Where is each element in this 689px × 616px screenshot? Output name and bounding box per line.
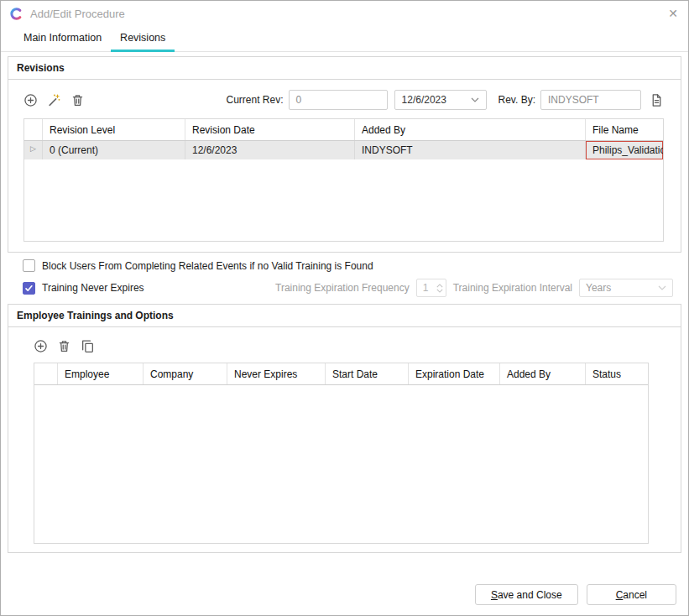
column-header-never-expires[interactable]: Never Expires bbox=[227, 363, 326, 384]
expiration-interval-dropdown[interactable]: Years bbox=[579, 279, 673, 297]
spinner-up-icon bbox=[436, 284, 443, 288]
cell-file-name[interactable]: Philips_Validation_ bbox=[586, 141, 663, 159]
training-expiration-row: Training Never Expires Training Expirati… bbox=[23, 279, 673, 297]
training-never-expires-label: Training Never Expires bbox=[42, 282, 144, 294]
cancel-label-rest: ancel bbox=[623, 589, 647, 601]
column-header-revision-level[interactable]: Revision Level bbox=[43, 119, 185, 140]
revisions-table: Revision Level Revision Date Added By Fi… bbox=[23, 118, 664, 242]
add-edit-procedure-dialog: Add/Edit Procedure ✕ Main Information Re… bbox=[0, 0, 689, 616]
revision-date-dropdown[interactable]: 12/6/2023 bbox=[394, 90, 487, 110]
training-never-expires-checkbox[interactable] bbox=[23, 282, 35, 295]
tab-revisions[interactable]: Revisions bbox=[111, 26, 175, 52]
revisions-table-header: Revision Level Revision Date Added By Fi… bbox=[24, 119, 663, 141]
save-and-close-button[interactable]: Save and Close bbox=[475, 584, 578, 605]
revisions-group-header: Revisions bbox=[8, 57, 681, 80]
revisions-groupbox: Revisions bbox=[8, 56, 681, 253]
stepper-buttons bbox=[436, 284, 443, 293]
expiration-interval-value: Years bbox=[586, 282, 611, 294]
cancel-button[interactable]: Cancel bbox=[587, 584, 676, 605]
block-users-checkbox[interactable] bbox=[23, 259, 35, 272]
expiration-controls: Training Expiration Frequency 1 Training… bbox=[275, 279, 673, 297]
header-spacer bbox=[34, 363, 58, 384]
employee-trainings-groupbox: Employee Trainings and Options bbox=[8, 304, 681, 553]
expiration-frequency-stepper[interactable]: 1 bbox=[416, 279, 446, 297]
column-header-expiration-date[interactable]: Expiration Date bbox=[409, 363, 500, 384]
tab-main-information[interactable]: Main Information bbox=[14, 26, 111, 52]
add-icon[interactable] bbox=[34, 339, 48, 353]
title-bar: Add/Edit Procedure ✕ bbox=[1, 1, 688, 26]
dialog-footer: Save and Close Cancel bbox=[8, 584, 681, 605]
cell-revision-level[interactable]: 0 (Current) bbox=[43, 141, 185, 159]
row-expander-icon[interactable]: ▷ bbox=[24, 141, 43, 159]
block-users-label: Block Users From Completing Related Even… bbox=[42, 260, 373, 272]
revisions-group-body: Current Rev: 0 12/6/2023 Rev. By: INDYSO… bbox=[8, 80, 681, 252]
column-header-revision-date[interactable]: Revision Date bbox=[185, 119, 355, 140]
save-mnemonic: S bbox=[491, 589, 498, 601]
employee-trainings-table: Employee Company Never Expires Start Dat… bbox=[34, 363, 649, 544]
chevron-down-icon bbox=[471, 97, 479, 102]
spinner-down-icon bbox=[436, 289, 443, 293]
rev-by-value: INDYSOFT bbox=[548, 94, 599, 106]
add-icon[interactable] bbox=[23, 93, 38, 107]
column-header-status[interactable]: Status bbox=[586, 363, 648, 384]
revision-table-row[interactable]: ▷ 0 (Current) 12/6/2023 INDYSOFT Philips… bbox=[24, 141, 663, 159]
rev-by-label: Rev. By: bbox=[498, 94, 535, 106]
header-spacer bbox=[24, 119, 43, 140]
dialog-body: Revisions bbox=[1, 52, 688, 615]
expiration-frequency-value: 1 bbox=[423, 282, 429, 294]
column-header-start-date[interactable]: Start Date bbox=[326, 363, 409, 384]
copy-icon[interactable] bbox=[81, 339, 95, 353]
close-icon[interactable]: ✕ bbox=[668, 8, 678, 19]
chevron-down-icon bbox=[658, 285, 666, 290]
column-header-company[interactable]: Company bbox=[144, 363, 227, 384]
column-header-employee[interactable]: Employee bbox=[58, 363, 144, 384]
column-header-added-by[interactable]: Added By bbox=[500, 363, 586, 384]
import-file-icon[interactable] bbox=[650, 93, 664, 107]
employee-trainings-group-body: Employee Company Never Expires Start Dat… bbox=[8, 327, 681, 552]
save-label-rest: ave and Close bbox=[498, 589, 562, 601]
tab-bar: Main Information Revisions bbox=[1, 26, 688, 52]
block-users-option-row: Block Users From Completing Related Even… bbox=[23, 259, 673, 272]
employee-toolbar bbox=[34, 336, 649, 356]
delete-icon[interactable] bbox=[57, 339, 71, 353]
column-header-added-by[interactable]: Added By bbox=[355, 119, 586, 140]
app-logo-icon bbox=[9, 7, 23, 21]
expiration-interval-label: Training Expiration Interval bbox=[453, 282, 572, 294]
current-rev-label: Current Rev: bbox=[227, 94, 284, 106]
revision-date-value: 12/6/2023 bbox=[402, 94, 446, 106]
column-header-file-name[interactable]: File Name bbox=[586, 119, 663, 140]
cancel-mnemonic: C bbox=[616, 589, 624, 601]
rev-by-input[interactable]: INDYSOFT bbox=[540, 90, 641, 110]
current-rev-value: 0 bbox=[296, 94, 302, 106]
cell-added-by[interactable]: INDYSOFT bbox=[355, 141, 586, 159]
current-rev-input[interactable]: 0 bbox=[289, 90, 388, 110]
employee-trainings-group-header: Employee Trainings and Options bbox=[8, 305, 681, 327]
cell-revision-date[interactable]: 12/6/2023 bbox=[185, 141, 355, 159]
delete-icon[interactable] bbox=[70, 93, 85, 107]
window-title: Add/Edit Procedure bbox=[30, 8, 125, 20]
revisions-toolbar: Current Rev: 0 12/6/2023 Rev. By: INDYSO… bbox=[23, 90, 664, 110]
employee-table-header: Employee Company Never Expires Start Dat… bbox=[34, 363, 648, 385]
expiration-frequency-label: Training Expiration Frequency bbox=[275, 282, 410, 294]
magic-wand-icon[interactable] bbox=[47, 93, 61, 107]
